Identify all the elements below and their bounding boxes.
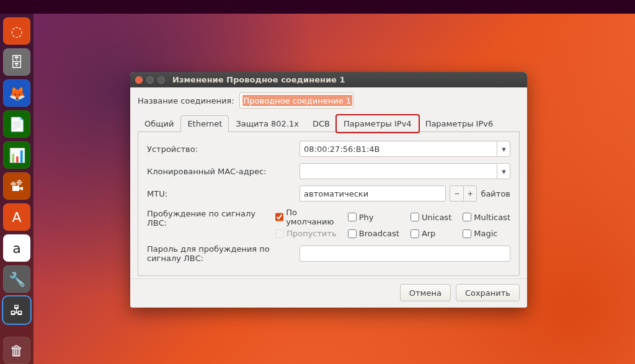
launcher-trash-icon[interactable]: 🗑 — [3, 337, 30, 364]
connection-name-label: Название соединения: — [138, 96, 234, 105]
tab-8021x[interactable]: Защита 802.1x — [229, 115, 306, 132]
tab-panel-ethernet: Устройство: ▾ Клонированный MAC-адрес: ▾ — [138, 132, 520, 276]
cloned-mac-input[interactable] — [300, 163, 510, 179]
nm-connection-editor-window: Изменение Проводное соединение 1 Названи… — [130, 72, 527, 308]
cloned-mac-combo[interactable]: ▾ — [300, 163, 510, 179]
wol-multicast-checkbox[interactable] — [463, 213, 471, 221]
wol-unicast[interactable]: Unicast — [411, 208, 451, 226]
launcher-writer-icon[interactable]: 📄 — [3, 110, 30, 138]
wol-magic-checkbox[interactable] — [463, 229, 471, 238]
tab-general[interactable]: Общий — [138, 115, 180, 132]
dialog-footer: Отмена Сохранить — [130, 278, 527, 308]
tab-ethernet[interactable]: Ethernet — [180, 115, 229, 132]
window-titlebar[interactable]: Изменение Проводное соединение 1 — [130, 72, 527, 87]
launcher-amazon-icon[interactable]: a — [3, 234, 30, 262]
wol-magic[interactable]: Magic — [463, 229, 510, 238]
wol-ignore-checkbox — [275, 229, 284, 238]
mtu-increment-button[interactable]: + — [463, 185, 477, 202]
connection-name-input[interactable] — [239, 92, 353, 109]
launcher-network-icon[interactable]: 🖧 — [3, 296, 30, 324]
device-input[interactable] — [300, 141, 510, 157]
wol-phy-checkbox[interactable] — [348, 213, 357, 221]
wol-ignore: Пропустить — [275, 229, 337, 238]
window-minimize-icon[interactable] — [146, 76, 154, 84]
launcher-software-icon[interactable]: A — [3, 203, 30, 231]
launcher-files-icon[interactable]: 🗄 — [3, 48, 30, 76]
wol-broadcast-checkbox[interactable] — [348, 229, 357, 238]
launcher-calc-icon[interactable]: 📊 — [3, 141, 30, 169]
wol-broadcast[interactable]: Broadcast — [348, 229, 399, 238]
wol-options: По умолчанию Phy Unicast Multicast Пропу… — [275, 208, 510, 238]
tab-ipv6[interactable]: Параметры IPv6 — [419, 115, 500, 132]
wol-unicast-checkbox[interactable] — [411, 213, 419, 221]
cancel-button[interactable]: Отмена — [400, 284, 451, 301]
mtu-stepper: − + — [450, 185, 477, 202]
cloned-mac-label: Клонированный MAC-адрес: — [147, 167, 300, 176]
mtu-input[interactable] — [300, 185, 446, 202]
launcher-firefox-icon[interactable]: 🦊 — [3, 79, 30, 107]
wol-password-input[interactable] — [300, 246, 510, 262]
launcher-impress-icon[interactable]: 📽 — [3, 172, 30, 200]
chevron-down-icon[interactable]: ▾ — [497, 163, 510, 179]
wol-arp[interactable]: Arp — [411, 229, 451, 238]
wol-multicast[interactable]: Multicast — [463, 208, 510, 226]
mtu-decrement-button[interactable]: − — [450, 185, 463, 202]
wol-label: Пробуждение по сигналу ЛВС: — [147, 208, 275, 228]
launcher-settings-icon[interactable]: 🔧 — [3, 265, 30, 293]
device-label: Устройство: — [147, 144, 300, 154]
chevron-down-icon[interactable]: ▾ — [497, 141, 510, 157]
wol-phy[interactable]: Phy — [348, 208, 399, 226]
device-combo[interactable]: ▾ — [300, 141, 510, 157]
window-maximize-icon[interactable] — [158, 76, 165, 84]
wol-password-label: Пароль для пробуждения по сигналу ЛВС: — [147, 244, 300, 263]
unity-launcher: ◌ 🗄 🦊 📄 📊 📽 A a 🔧 🖧 🗑 — [0, 14, 33, 364]
top-menu-bar — [0, 0, 635, 14]
tab-dcb[interactable]: DCB — [306, 115, 337, 132]
mtu-label: MTU: — [147, 189, 300, 198]
tab-ipv4[interactable]: Параметры IPv4 — [337, 115, 419, 132]
wol-default-checkbox[interactable] — [275, 213, 283, 221]
wol-default[interactable]: По умолчанию — [275, 208, 337, 226]
window-title: Изменение Проводное соединение 1 — [172, 75, 345, 84]
save-button[interactable]: Сохранить — [456, 284, 520, 301]
launcher-dash-icon[interactable]: ◌ — [3, 17, 30, 45]
tab-bar: Общий Ethernet Защита 802.1x DCB Парамет… — [138, 115, 520, 132]
window-close-icon[interactable] — [135, 76, 143, 84]
mtu-unit: байтов — [481, 189, 510, 198]
wol-arp-checkbox[interactable] — [411, 229, 419, 238]
